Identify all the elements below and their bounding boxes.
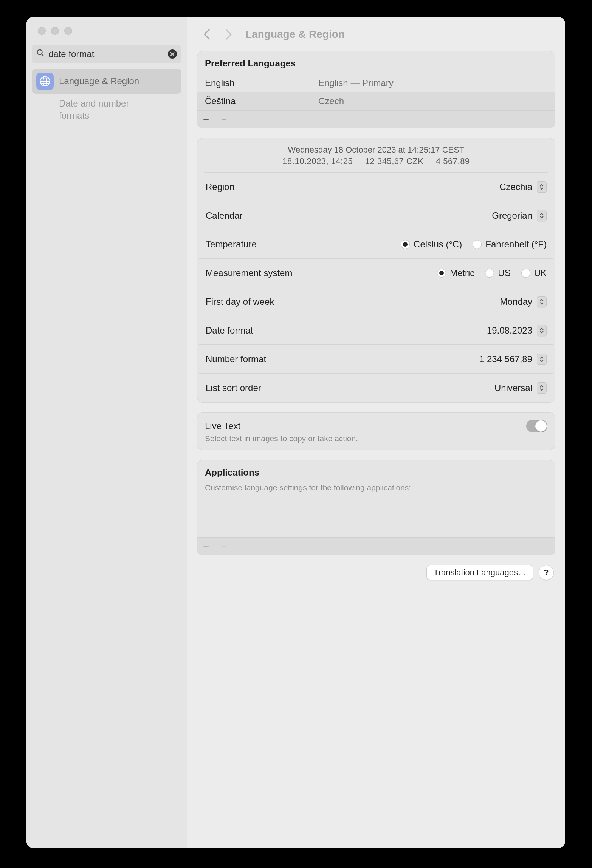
language-row[interactable]: English English — Primary — [197, 74, 555, 92]
sidebar-item-label: Language & Region — [59, 76, 139, 86]
add-application-button[interactable]: ＋ — [197, 538, 215, 555]
live-text-label: Live Text — [205, 421, 240, 431]
nav-back-button[interactable] — [201, 29, 212, 40]
region-row: Region Czechia — [199, 173, 553, 201]
chevron-updown-icon — [537, 325, 547, 336]
system-settings-window: Language & Region Date and number format… — [26, 17, 565, 848]
clear-search-button[interactable] — [168, 49, 177, 59]
calendar-popup[interactable]: Gregorian — [492, 210, 547, 221]
calendar-label: Calendar — [206, 210, 242, 221]
radio-icon — [521, 269, 530, 278]
measurement-us-radio[interactable]: US — [485, 268, 510, 278]
calendar-row: Calendar Gregorian — [199, 201, 553, 230]
measurement-metric-radio[interactable]: Metric — [437, 268, 474, 278]
radio-icon — [473, 240, 482, 249]
region-label: Region — [206, 182, 234, 192]
temperature-celsius-radio[interactable]: Celsius (°C) — [401, 239, 462, 250]
svg-line-1 — [42, 54, 44, 56]
radio-icon — [401, 240, 410, 249]
zoom-window-button[interactable] — [64, 27, 72, 35]
live-text-toggle[interactable] — [526, 420, 547, 432]
language-name: English — [205, 78, 318, 88]
number-format-label: Number format — [206, 354, 266, 364]
applications-section: Applications Customise language settings… — [197, 460, 555, 555]
radio-icon — [437, 269, 446, 278]
first-day-row: First day of week Monday — [199, 287, 553, 316]
temperature-radios: Celsius (°C) Fahrenheit (°F) — [401, 239, 547, 250]
chevron-updown-icon — [537, 181, 547, 193]
svg-point-0 — [37, 50, 42, 55]
chevron-updown-icon — [537, 296, 547, 307]
format-preview: Wednesday 18 October 2023 at 14:25:17 CE… — [204, 138, 548, 173]
temperature-row: Temperature Celsius (°C) Fahrenheit (°F) — [199, 230, 553, 259]
preferred-languages-section: Preferred Languages English English — Pr… — [197, 51, 555, 128]
sidebar: Language & Region Date and number format… — [26, 17, 187, 848]
language-desc: English — Primary — [318, 78, 394, 88]
list-sort-row: List sort order Universal — [199, 374, 553, 402]
language-name: Čeština — [205, 96, 318, 107]
search-field[interactable] — [32, 45, 181, 63]
page-title: Language & Region — [245, 28, 345, 40]
search-icon — [36, 49, 45, 59]
main-header: Language & Region — [187, 17, 565, 51]
translation-languages-button[interactable]: Translation Languages… — [426, 565, 533, 580]
add-language-button[interactable]: ＋ — [197, 111, 215, 128]
measurement-label: Measurement system — [206, 268, 292, 278]
remove-application-button[interactable]: － — [215, 538, 232, 555]
remove-language-button[interactable]: － — [215, 111, 232, 128]
chevron-updown-icon — [537, 354, 547, 365]
first-day-popup[interactable]: Monday — [500, 296, 547, 307]
languages-toolbar: ＋ － — [197, 110, 555, 128]
live-text-section: Live Text Select text in images to copy … — [197, 412, 555, 450]
live-text-desc: Select text in images to copy or take ac… — [197, 434, 555, 450]
chevron-updown-icon — [537, 382, 547, 394]
applications-title: Applications — [197, 460, 555, 483]
list-sort-label: List sort order — [206, 383, 261, 393]
search-input[interactable] — [48, 49, 164, 59]
bottom-actions: Translation Languages… ? — [187, 565, 565, 580]
preview-line-1: Wednesday 18 October 2023 at 14:25:17 CE… — [212, 145, 541, 155]
region-popup[interactable]: Czechia — [499, 181, 547, 193]
date-format-label: Date format — [206, 325, 253, 336]
chevron-updown-icon — [537, 210, 547, 221]
date-format-popup[interactable]: 19.08.2023 — [487, 325, 547, 336]
number-format-popup[interactable]: 1 234 567,89 — [479, 354, 547, 365]
language-desc: Czech — [318, 96, 344, 107]
measurement-uk-radio[interactable]: UK — [521, 268, 547, 278]
temperature-label: Temperature — [206, 239, 257, 250]
sidebar-search-result[interactable]: Date and number formats — [32, 95, 160, 124]
list-sort-popup[interactable]: Universal — [494, 382, 547, 394]
radio-icon — [485, 269, 494, 278]
nav-forward-button[interactable] — [223, 29, 234, 40]
applications-desc: Customise language settings for the foll… — [197, 483, 555, 515]
close-window-button[interactable] — [38, 27, 46, 35]
measurement-radios: Metric US UK — [437, 268, 547, 278]
main-panel: Language & Region Preferred Languages En… — [187, 17, 565, 848]
globe-icon — [36, 73, 54, 90]
window-controls — [26, 24, 187, 45]
toggle-knob — [535, 420, 547, 432]
number-format-row: Number format 1 234 567,89 — [199, 345, 553, 374]
first-day-label: First day of week — [206, 297, 274, 307]
language-row[interactable]: Čeština Czech — [197, 92, 555, 110]
measurement-row: Measurement system Metric US UK — [199, 259, 553, 287]
temperature-fahrenheit-radio[interactable]: Fahrenheit (°F) — [473, 239, 547, 250]
preferred-languages-title: Preferred Languages — [197, 51, 555, 74]
minimize-window-button[interactable] — [51, 27, 59, 35]
applications-toolbar: ＋ － — [197, 537, 555, 555]
date-format-row: Date format 19.08.2023 — [199, 316, 553, 345]
region-settings-section: Wednesday 18 October 2023 at 14:25:17 CE… — [197, 138, 555, 403]
help-button[interactable]: ? — [539, 565, 554, 580]
preview-line-2: 18.10.2023, 14:25 12 345,67 CZK 4 567,89 — [212, 156, 541, 166]
sidebar-item-language-region[interactable]: Language & Region — [32, 69, 181, 94]
